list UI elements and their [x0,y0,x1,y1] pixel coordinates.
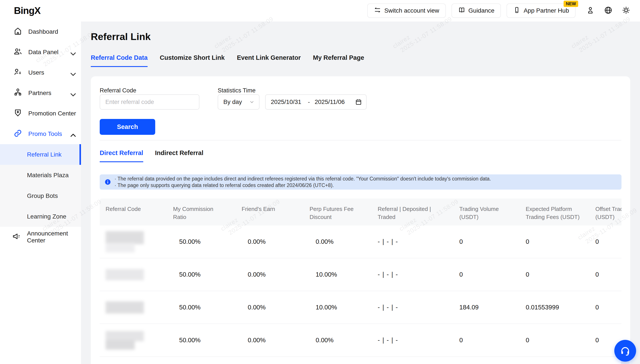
referral-code-redacted [100,302,167,314]
link-icon [13,128,23,140]
sidebar-subitem-learning-zone[interactable]: Learning Zone [0,206,81,227]
sidebar-subitem-group-bots[interactable]: Group Bots [0,186,81,206]
cell-commission: 50.00% [167,336,236,344]
cell-offset-fees: 0 [589,238,621,245]
col-trading-volume: Trading Volume (USDT) [453,198,520,226]
period-select-value: By day [223,98,242,106]
col-referral-deposited-traded: Referral | Deposited | Traded [372,198,453,226]
switch-account-view-button[interactable]: Switch account view [367,4,446,18]
tab-direct-referral[interactable]: Direct Referral [100,150,143,162]
main-content: Referral Link Referral Code Data Customi… [81,22,640,364]
chevron-down-icon [249,99,255,105]
sidebar-item-label: Partners [28,90,51,96]
bingx-logo: BingX [14,5,41,16]
sidebar-item-users[interactable]: Users [0,62,81,83]
date-range-picker[interactable]: 2025/10/31 - 2025/11/06 [265,94,367,110]
referral-sub-tabs: Direct Referral Indirect Referral [100,150,203,162]
table-row: 50.00% 0.00% 0.00% - | - | - 0 0 0 [100,226,621,258]
col-friends-earn: Friend's Earn [236,198,304,226]
tab-indirect-referral[interactable]: Indirect Referral [155,150,203,162]
promo-tools-submenu: Referral Link Materials Plaza Group Bots… [0,144,81,227]
sidebar-item-dashboard[interactable]: Dashboard [0,22,81,42]
period-select[interactable]: By day [218,94,259,110]
sidebar-item-data-panel[interactable]: Data Panel [0,42,81,62]
info-icon [105,179,111,185]
sidebar-item-promo-tools[interactable]: Promo Tools [0,124,81,144]
home-icon [13,26,23,38]
tab-referral-code-data[interactable]: Referral Code Data [91,54,148,67]
info-line-2: · The page only supports querying data r… [115,182,491,188]
account-icon[interactable] [586,6,595,16]
sidebar-subitem-materials-plaza[interactable]: Materials Plaza [0,165,81,186]
guidance-label: Guidance [468,7,495,14]
calendar-icon [355,98,362,106]
app-partner-hub-button[interactable]: App Partner Hub NEW [507,4,575,18]
org-chart-icon [13,88,23,99]
subitem-label: Group Bots [27,192,58,200]
sidebar-item-label: Data Panel [28,49,59,56]
search-button[interactable]: Search [100,119,155,135]
sidebar-item-announcement-center[interactable]: Announcement Center [0,227,81,247]
cell-fee-discount: 0.00% [304,336,372,344]
info-line-1: · The referral data provided on the page… [115,176,491,182]
chevron-down-icon [68,69,75,76]
tab-event-link-generator[interactable]: Event Link Generator [237,54,301,67]
megaphone-icon [12,232,21,243]
sidebar: Dashboard Data Panel Users Partners Prom… [0,22,81,364]
info-banner-text: · The referral data provided on the page… [115,176,491,188]
cell-expected-fees: 0 [520,336,589,344]
referral-code-redacted [100,331,167,350]
theme-sun-icon[interactable] [622,6,630,16]
sidebar-item-label: Announcement Center [27,230,81,244]
table-header-row: Referral Code My Commission Ratio Friend… [100,198,621,226]
statistics-time-label: Statistics Time [218,87,255,94]
user-list-icon [13,67,23,78]
content-card: Referral Code Statistics Time By day 202… [91,76,630,364]
col-expected-platform-trading-fees: Expected Platform Trading Fees (USDT) [520,198,589,226]
table-row: 50.00% 0.00% 10.00% - | - | - 184.09 0.0… [100,291,621,324]
sidebar-subitem-referral-link[interactable]: Referral Link [0,144,81,165]
tab-customize-short-link[interactable]: Customize Short Link [160,54,225,67]
cell-expected-fees: 0 [520,271,589,278]
cell-friends-earn: 0.00% [236,271,304,278]
guidance-button[interactable]: Guidance [452,4,501,18]
chevron-down-icon [68,49,75,56]
col-referral-code: Referral Code [100,198,167,226]
language-globe-icon[interactable] [604,6,612,16]
badge-icon [13,108,23,119]
topbar-icon-group [586,6,630,16]
phone-icon [513,6,520,15]
cell-commission: 50.00% [167,238,236,245]
cell-expected-fees: 0.01553999 [520,304,589,311]
tab-my-referral-page[interactable]: My Referral Page [313,54,364,67]
new-badge: NEW [564,1,578,7]
cell-fee-discount: 10.00% [304,304,372,311]
subitem-label: Learning Zone [27,213,66,220]
cell-friends-earn: 0.00% [236,304,304,311]
page-title: Referral Link [91,31,151,42]
date-start-value: 2025/10/31 [271,98,301,106]
customer-support-button[interactable] [614,340,636,362]
info-banner: · The referral data provided on the page… [100,174,621,190]
date-separator: - [308,98,310,106]
chevron-up-icon [68,131,75,137]
cell-trading-volume: 0 [453,238,520,245]
book-icon [458,6,465,15]
switch-account-view-label: Switch account view [384,7,439,14]
date-end-value: 2025/11/06 [314,98,345,106]
sidebar-item-label: Promotion Center [28,110,76,117]
cell-friends-earn: 0.00% [236,336,304,344]
sidebar-item-partners[interactable]: Partners [0,83,81,103]
table-row: 50.00% 0.00% 0.00% - | - | - 0 0 0 [100,324,621,357]
sidebar-item-promotion-center[interactable]: Promotion Center [0,103,81,124]
app-partner-hub-label: App Partner Hub [524,7,569,14]
cell-expected-fees: 0 [520,238,589,245]
headset-icon [619,345,631,356]
cell-offset-fees: 0 [589,271,621,278]
referral-code-input[interactable] [100,94,199,110]
cell-trading-volume: 0 [453,336,520,344]
sidebar-item-label: Promo Tools [28,130,62,138]
cell-commission: 50.00% [167,304,236,311]
data-panel-users-icon [13,47,23,58]
cell-referral-deposited-traded: - | - | - [372,271,453,278]
